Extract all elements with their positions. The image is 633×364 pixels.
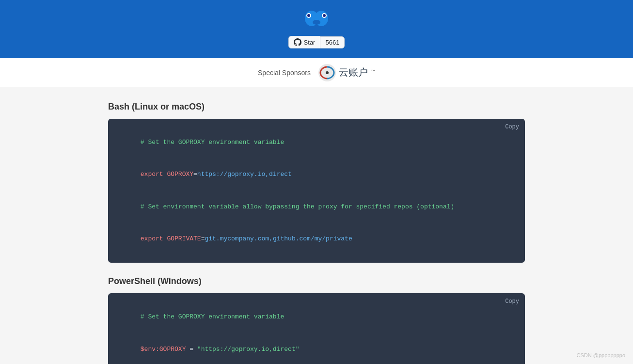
bash-copy-button[interactable]: Copy bbox=[505, 124, 519, 130]
yunzhanghu-icon bbox=[318, 64, 336, 81]
bash-val-2: git.mycompany.com,github.com/my/private bbox=[205, 235, 352, 242]
bash-export-1: export bbox=[141, 171, 167, 178]
powershell-section-title: PowerShell (Windows) bbox=[108, 276, 525, 286]
svg-point-8 bbox=[326, 71, 329, 74]
ps-line-1: # Set the GOPROXY environment variable bbox=[118, 301, 515, 333]
powershell-code-block: Copy # Set the GOPROXY environment varia… bbox=[108, 293, 525, 364]
svg-point-5 bbox=[323, 14, 326, 17]
bash-eq-1: = bbox=[193, 171, 197, 178]
powershell-copy-button[interactable]: Copy bbox=[505, 298, 519, 305]
main-content: Bash (Linux or macOS) Copy # Set the GOP… bbox=[98, 87, 535, 364]
bash-val-1: https://goproxy.io,direct bbox=[197, 171, 292, 178]
bash-line-2: export GOPROXY=https://goproxy.io,direct bbox=[118, 158, 515, 190]
logo-area bbox=[297, 9, 336, 30]
goproxy-logo-icon bbox=[297, 9, 336, 28]
bash-export-2: export bbox=[141, 235, 167, 242]
bash-line-1: # Set the GOPROXY environment variable bbox=[118, 127, 515, 158]
star-count[interactable]: 5661 bbox=[320, 36, 345, 48]
bash-var-2: GOPRIVATE bbox=[167, 235, 201, 242]
ps-var-1: $env:GOPROXY bbox=[141, 346, 186, 353]
ps-line-2: $env:GOPROXY = "https://goproxy.io,direc… bbox=[118, 333, 515, 364]
ps-val-1: "https://goproxy.io,direct" bbox=[197, 346, 300, 353]
bash-section-title: Bash (Linux or macOS) bbox=[108, 102, 525, 112]
header-banner: Star 5661 bbox=[0, 0, 633, 58]
ps-eq-1: = bbox=[186, 346, 197, 353]
star-label: Star bbox=[304, 39, 316, 46]
svg-point-4 bbox=[307, 14, 310, 17]
star-button[interactable]: Star bbox=[288, 36, 321, 48]
ps-comment-1: # Set the GOPROXY environment variable bbox=[141, 313, 284, 320]
svg-point-6 bbox=[313, 20, 320, 25]
bash-code-block: Copy # Set the GOPROXY environment varia… bbox=[108, 119, 525, 263]
star-button-area: Star 5661 bbox=[288, 36, 345, 48]
github-icon bbox=[294, 38, 301, 46]
bash-line-4: export GOPRIVATE=git.mycompany.com,githu… bbox=[118, 223, 515, 255]
bash-line-3: # Set environment variable allow bypassi… bbox=[118, 191, 515, 223]
bash-comment-2: # Set environment variable allow bypassi… bbox=[141, 203, 455, 210]
sponsor-text-cn: 云账户 bbox=[339, 66, 368, 79]
sponsors-label: Special Sponsors bbox=[258, 69, 311, 77]
bash-var-1: GOPROXY bbox=[167, 171, 193, 178]
bash-comment-1: # Set the GOPROXY environment variable bbox=[141, 139, 284, 146]
watermark: CSDN @ppppppppo bbox=[577, 352, 625, 358]
sponsors-bar: Special Sponsors 云账户 ™ bbox=[0, 58, 633, 87]
sponsor-logo[interactable]: 云账户 ™ bbox=[318, 64, 375, 81]
